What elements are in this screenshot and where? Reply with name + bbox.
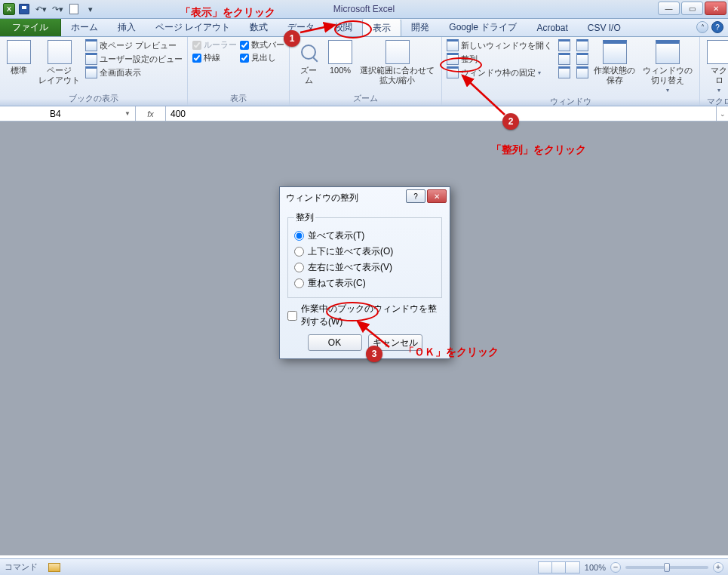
- radio-vertical[interactable]: 左右に並べて表示(V): [294, 260, 435, 275]
- group-label-zoom: ズーム: [294, 93, 437, 106]
- headings-checkbox[interactable]: 見出し: [240, 51, 284, 64]
- arrange-windows-dialog: ウィンドウの整列 ? ✕ 整列 並べて表示(T) 上下に並べて表示(O) 左右に…: [279, 186, 450, 359]
- arrange-legend: 整列: [294, 211, 315, 224]
- macro-record-icon[interactable]: [48, 563, 60, 572]
- sync-scroll-button[interactable]: [576, 52, 588, 66]
- custom-views-button[interactable]: ユーザー設定のビュー: [85, 52, 183, 66]
- annotation-1-number: 1: [284, 30, 300, 47]
- full-screen-button[interactable]: 全画面表示: [85, 66, 183, 79]
- macros-button[interactable]: マクロ: [705, 38, 728, 96]
- zoom-button[interactable]: ズーム: [294, 38, 323, 87]
- group-show: ルーラー 枠線 数式バー 見出し 表示: [188, 37, 290, 106]
- view-switcher: [538, 561, 580, 573]
- zoom-100-button[interactable]: 100%: [326, 38, 355, 77]
- tab-developer[interactable]: 開発: [401, 19, 439, 36]
- dialog-titlebar[interactable]: ウィンドウの整列 ? ✕: [280, 187, 450, 208]
- annotation-2-oval: [440, 57, 482, 72]
- gridlines-checkbox[interactable]: 枠線: [192, 51, 237, 64]
- hide-button[interactable]: [558, 52, 570, 66]
- annotation-3-oval: [326, 302, 379, 321]
- split-button[interactable]: [558, 38, 570, 52]
- view-page-layout-icon[interactable]: [552, 562, 566, 573]
- dialog-close-button[interactable]: ✕: [427, 189, 447, 203]
- zoom-level[interactable]: 100%: [585, 563, 606, 572]
- tab-acrobat[interactable]: Acrobat: [527, 19, 577, 36]
- page-break-preview-button[interactable]: 改ページ プレビュー: [85, 38, 183, 52]
- annotation-3-number: 3: [366, 346, 382, 362]
- view-normal-icon[interactable]: [539, 562, 552, 573]
- normal-view-button[interactable]: 標準: [5, 38, 33, 77]
- arrange-fieldset: 整列 並べて表示(T) 上下に並べて表示(O) 左右に並べて表示(V) 重ねて表…: [287, 211, 442, 298]
- switch-windows-button[interactable]: ウィンドウの 切り替え: [640, 38, 695, 96]
- annotation-2-number: 2: [502, 113, 519, 130]
- name-box[interactable]: B4▼: [45, 106, 136, 121]
- minimize-button[interactable]: —: [658, 2, 680, 15]
- tab-insert[interactable]: 挿入: [108, 19, 146, 36]
- group-window: 新しいウィンドウを開く 整列 ウィンドウ枠の固定 作業状態の 保存 ウィンドウの…: [442, 37, 700, 106]
- group-label-window: ウィンドウ: [447, 96, 695, 109]
- annotation-1-text: 「表示」をクリック: [180, 6, 275, 20]
- qat-customize[interactable]: ▾: [83, 2, 98, 17]
- excel-icon: X: [3, 3, 15, 15]
- titlebar: X ↶▾ ↷▾ ▾ Microsoft Excel — ▭ ✕: [0, 0, 728, 19]
- qat-save[interactable]: [17, 2, 32, 17]
- ribbon: 標準 ページ レイアウト 改ページ プレビュー ユーザー設定のビュー 全画面表示…: [0, 37, 728, 106]
- group-macros: マクロ マクロ: [700, 37, 728, 106]
- annotation-3-text: 「ＯＫ」をクリック: [404, 346, 499, 359]
- quick-access-toolbar: X ↶▾ ↷▾ ▾: [0, 2, 98, 17]
- ribbon-minimize-icon[interactable]: ˄: [696, 21, 708, 33]
- group-zoom: ズーム 100% 選択範囲に合わせて 拡大/縮小 ズーム: [290, 37, 442, 106]
- zoom-in-button[interactable]: +: [713, 562, 723, 573]
- ruler-checkbox[interactable]: ルーラー: [192, 38, 237, 51]
- fx-button[interactable]: fx: [136, 106, 166, 121]
- zoom-slider[interactable]: [625, 566, 708, 569]
- status-mode: コマンド: [5, 561, 38, 573]
- annotation-2-text: 「整列」をクリック: [491, 143, 586, 157]
- qat-undo[interactable]: ↶▾: [33, 2, 48, 17]
- group-workbook-views: 標準 ページ レイアウト 改ページ プレビュー ユーザー設定のビュー 全画面表示…: [0, 37, 188, 106]
- new-window-button[interactable]: 新しいウィンドウを開く: [447, 38, 552, 52]
- tab-csv-io[interactable]: CSV I/O: [578, 19, 631, 36]
- qat-new[interactable]: [66, 2, 81, 17]
- formula-bar-checkbox[interactable]: 数式バー: [240, 38, 284, 51]
- tab-file[interactable]: ファイル: [0, 19, 61, 36]
- reset-window-button[interactable]: [576, 66, 588, 79]
- zoom-to-selection-button[interactable]: 選択範囲に合わせて 拡大/縮小: [358, 38, 437, 87]
- dialog-help-button[interactable]: ?: [406, 189, 425, 203]
- statusbar: コマンド 100% − +: [0, 558, 728, 575]
- page-layout-view-button[interactable]: ページ レイアウト: [36, 38, 82, 87]
- view-page-break-icon[interactable]: [566, 562, 579, 573]
- dialog-title: ウィンドウの整列: [286, 192, 358, 204]
- ok-button[interactable]: OK: [308, 334, 362, 351]
- tab-page-layout[interactable]: ページ レイアウト: [146, 19, 240, 36]
- maximize-button[interactable]: ▭: [681, 2, 703, 15]
- tab-google-drive[interactable]: Google ドライブ: [439, 19, 527, 36]
- group-label-show: 表示: [192, 93, 284, 106]
- group-label-workbook-views: ブックの表示: [5, 93, 183, 106]
- save-workspace-button[interactable]: 作業状態の 保存: [591, 38, 637, 87]
- view-side-by-side-button[interactable]: [576, 38, 588, 52]
- annotation-1-oval: [334, 20, 372, 38]
- close-button[interactable]: ✕: [705, 2, 726, 15]
- zoom-out-button[interactable]: −: [610, 562, 621, 573]
- tab-formulas[interactable]: 数式: [240, 19, 278, 36]
- group-label-macros: マクロ: [705, 96, 728, 109]
- app-title: Microsoft Excel: [333, 4, 395, 14]
- help-icon[interactable]: ?: [711, 21, 723, 33]
- unhide-button[interactable]: [558, 66, 570, 79]
- radio-cascade[interactable]: 重ねて表示(C): [294, 275, 435, 291]
- radio-tiled[interactable]: 並べて表示(T): [294, 228, 435, 244]
- qat-redo[interactable]: ↷▾: [50, 2, 65, 17]
- formula-bar: B4▼ fx 400 ⌄: [0, 106, 728, 121]
- radio-horizontal[interactable]: 上下に並べて表示(O): [294, 244, 435, 260]
- tab-home[interactable]: ホーム: [61, 19, 108, 36]
